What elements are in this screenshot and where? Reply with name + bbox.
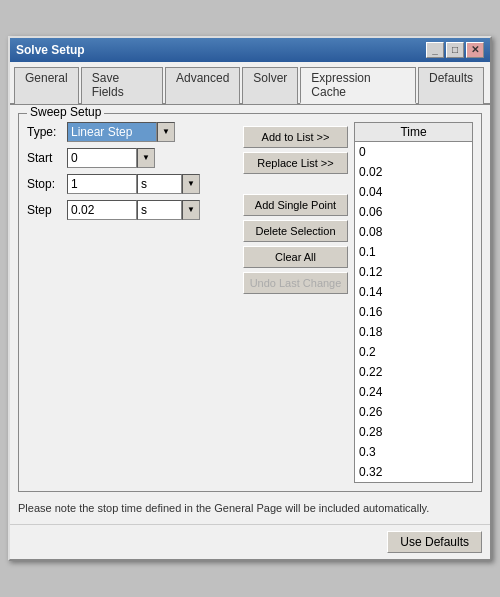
time-table-header: Time [355,123,472,142]
time-row[interactable]: 0.1 [355,242,472,262]
type-dropdown-btn[interactable]: ▼ [157,122,175,142]
sweep-setup-group: Sweep Setup Type: ▼ Start ▼ [18,113,482,492]
maximize-button[interactable]: □ [446,42,464,58]
delete-selection-button[interactable]: Delete Selection [243,220,348,242]
step-input[interactable] [67,200,137,220]
type-label: Type: [27,125,67,139]
step-row: Step ▼ [27,200,237,220]
time-table-body[interactable]: 00.020.040.060.080.10.120.140.160.180.20… [355,142,472,482]
undo-last-change-button[interactable]: Undo Last Change [243,272,348,294]
tab-advanced[interactable]: Advanced [165,67,240,104]
step-label: Step [27,203,67,217]
time-row[interactable]: 0.26 [355,402,472,422]
start-dropdown-btn[interactable]: ▼ [137,148,155,168]
type-row: Type: ▼ [27,122,237,142]
time-row[interactable]: 0.18 [355,322,472,342]
time-row[interactable]: 0.22 [355,362,472,382]
bottom-bar: Use Defaults [10,524,490,559]
time-row[interactable]: 0.06 [355,202,472,222]
time-row[interactable]: 0.14 [355,282,472,302]
tabs-container: General Save Fields Advanced Solver Expr… [10,62,490,105]
step-unit-dropdown-btn[interactable]: ▼ [182,200,200,220]
tab-solver[interactable]: Solver [242,67,298,104]
replace-list-button[interactable]: Replace List >> [243,152,348,174]
close-button[interactable]: ✕ [466,42,484,58]
tab-defaults[interactable]: Defaults [418,67,484,104]
main-layout: Type: ▼ Start ▼ Stop: [27,122,473,483]
type-input[interactable] [67,122,157,142]
time-row[interactable]: 0.24 [355,382,472,402]
title-bar: Solve Setup _ □ ✕ [10,38,490,62]
add-to-list-button[interactable]: Add to List >> [243,126,348,148]
start-row: Start ▼ [27,148,237,168]
start-input[interactable] [67,148,137,168]
time-table: Time 00.020.040.060.080.10.120.140.160.1… [354,122,473,483]
time-row[interactable]: 0.28 [355,422,472,442]
add-single-point-button[interactable]: Add Single Point [243,194,348,216]
time-row[interactable]: 0.3 [355,442,472,462]
time-row[interactable]: 0.02 [355,162,472,182]
start-label: Start [27,151,67,165]
left-panel: Type: ▼ Start ▼ Stop: [27,122,237,483]
tab-save-fields[interactable]: Save Fields [81,67,163,104]
stop-unit-dropdown-btn[interactable]: ▼ [182,174,200,194]
time-row[interactable]: 0.08 [355,222,472,242]
time-row[interactable]: 0.12 [355,262,472,282]
time-row[interactable]: 0.04 [355,182,472,202]
tab-general[interactable]: General [14,67,79,104]
main-window: Solve Setup _ □ ✕ General Save Fields Ad… [8,36,492,562]
middle-panel: Add to List >> Replace List >> Add Singl… [243,122,348,483]
minimize-button[interactable]: _ [426,42,444,58]
note-text: Please note the stop time defined in the… [18,500,482,517]
time-row[interactable]: 0.16 [355,302,472,322]
sweep-setup-title: Sweep Setup [27,105,104,119]
stop-row: Stop: ▼ [27,174,237,194]
window-title: Solve Setup [16,43,85,57]
stop-unit-input[interactable] [137,174,182,194]
use-defaults-button[interactable]: Use Defaults [387,531,482,553]
time-row[interactable]: 0.32 [355,462,472,482]
step-unit-input[interactable] [137,200,182,220]
right-panel: Time 00.020.040.060.080.10.120.140.160.1… [354,122,473,483]
tab-expression-cache[interactable]: Expression Cache [300,67,416,104]
title-bar-buttons: _ □ ✕ [426,42,484,58]
time-row[interactable]: 0 [355,142,472,162]
clear-all-button[interactable]: Clear All [243,246,348,268]
time-row[interactable]: 0.2 [355,342,472,362]
stop-label: Stop: [27,177,67,191]
content-area: Sweep Setup Type: ▼ Start ▼ [10,105,490,525]
stop-input[interactable] [67,174,137,194]
